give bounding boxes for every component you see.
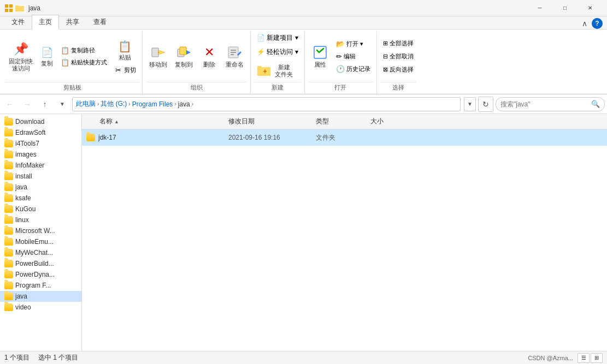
sidebar-item-ksafe[interactable]: ksafe xyxy=(0,193,81,204)
ribbon-group-organize: 移动到 复制到 ✕ 删除 xyxy=(143,32,251,94)
maximize-button[interactable]: □ xyxy=(552,0,577,16)
copy-to-label: 复制到 xyxy=(175,61,193,68)
details-view-button[interactable]: ☰ xyxy=(577,353,590,363)
invert-selection-button[interactable]: ⊠ 反向选择 xyxy=(380,64,416,75)
column-type[interactable]: 类型 xyxy=(316,117,370,126)
rename-label: 重命名 xyxy=(226,61,244,68)
up-button[interactable]: ↑ xyxy=(37,97,52,112)
sidebar-item-i4tools[interactable]: i4Tools7 xyxy=(0,138,81,149)
sidebar-item-program-files[interactable]: Program F... xyxy=(0,280,81,291)
invert-icon: ⊠ xyxy=(383,66,388,73)
history-button[interactable]: 🕐 历史记录 xyxy=(333,63,373,75)
select-none-button[interactable]: ⊟ 全部取消 xyxy=(380,51,416,62)
tab-share[interactable]: 共享 xyxy=(59,15,86,29)
sidebar-item-linux[interactable]: linux xyxy=(0,214,81,225)
title-bar-icons xyxy=(4,4,24,13)
recent-locations-button[interactable]: ▼ xyxy=(55,97,70,112)
edit-button[interactable]: ✏ 编辑 xyxy=(333,51,373,62)
main-content: Download EdrawSoft i4Tools7 images InfoM… xyxy=(0,114,607,351)
clipboard-group-content: 📌 固定到快速访问 📄 复制 📋 复制路径 📋 xyxy=(5,32,139,81)
copy-to-icon xyxy=(175,44,193,61)
new-item-button[interactable]: 📄 新建项目 ▾ xyxy=(254,32,301,44)
folder-icon-mywechat xyxy=(4,249,13,256)
breadcrumb-pc[interactable]: 此电脑 xyxy=(76,99,96,109)
svg-rect-0 xyxy=(5,4,8,8)
move-to-icon xyxy=(150,44,167,61)
sidebar-item-images[interactable]: images xyxy=(0,149,81,160)
help-button[interactable]: ? xyxy=(592,18,603,29)
sidebar-item-mywechat[interactable]: MyWeChat... xyxy=(0,247,81,258)
search-box[interactable]: 🔍 xyxy=(496,97,605,111)
address-bar: ← → ↑ ▼ 此电脑 › 其他 (G:) › Program Files › … xyxy=(0,94,607,114)
sidebar-item-powerbuild[interactable]: PowerBuild... xyxy=(0,258,81,269)
folder-icon-download xyxy=(4,118,13,126)
window-controls[interactable]: ─ □ ✕ xyxy=(527,0,603,16)
back-button[interactable]: ← xyxy=(2,97,17,112)
minimize-button[interactable]: ─ xyxy=(527,0,552,16)
paste-shortcut-button[interactable]: 📋 粘贴快捷方式 xyxy=(58,56,110,68)
sidebar-item-install[interactable]: install xyxy=(0,171,81,182)
copy-to-button[interactable]: 复制到 xyxy=(172,41,196,70)
tab-file[interactable]: 文件 xyxy=(4,15,32,29)
sidebar-item-microsoft[interactable]: Microsoft W... xyxy=(0,225,81,236)
sidebar-item-mobileemu[interactable]: MobileEmu... xyxy=(0,236,81,247)
file-type-jdk17: 文件夹 xyxy=(316,133,370,142)
folder-icon-video xyxy=(4,303,13,311)
delete-button[interactable]: ✕ 删除 xyxy=(197,41,221,70)
properties-button[interactable]: 属性 xyxy=(308,41,332,70)
status-right: CSDN @Azma... ☰ ⊞ xyxy=(528,353,603,363)
sidebar-item-edrawsoft[interactable]: EdrawSoft xyxy=(0,127,81,138)
tab-view[interactable]: 查看 xyxy=(86,15,114,29)
svg-rect-5 xyxy=(15,5,19,7)
new-folder-button[interactable]: + 新建文件夹 xyxy=(254,61,296,81)
cut-button[interactable]: ✂ 剪切 xyxy=(111,64,139,76)
sidebar-item-java[interactable]: java xyxy=(0,182,81,193)
copy-path-button[interactable]: 📋 复制路径 xyxy=(58,44,110,56)
ribbon: 📌 固定到快速访问 📄 复制 📋 复制路径 📋 xyxy=(0,29,607,94)
select-all-button[interactable]: ⊞ 全部选择 xyxy=(380,38,416,49)
sidebar-item-java-sub-label: java xyxy=(15,293,27,300)
open-button[interactable]: 📂 打开 ▾ xyxy=(333,38,373,50)
column-date[interactable]: 修改日期 xyxy=(228,117,316,126)
file-row-jdk17[interactable]: jdk-17 2021-09-16 19:16 文件夹 xyxy=(82,129,607,146)
move-to-button[interactable]: 移动到 xyxy=(146,41,170,70)
easy-access-button[interactable]: ⚡ 轻松访问 ▾ xyxy=(254,46,301,58)
tab-home[interactable]: 主页 xyxy=(32,15,59,29)
sidebar-item-ksafe-label: ksafe xyxy=(15,194,31,202)
sidebar-item-mywechat-label: MyWeChat... xyxy=(15,249,53,256)
sidebar-item-video[interactable]: video xyxy=(0,302,81,313)
sidebar-item-powerdyna[interactable]: PowerDyna... xyxy=(0,269,81,280)
select-group-content: ⊞ 全部选择 ⊟ 全部取消 ⊠ 反向选择 xyxy=(380,32,416,81)
sidebar-item-kugou[interactable]: KuGou xyxy=(0,204,81,214)
copy-icon: 📄 xyxy=(40,45,54,60)
pin-button[interactable]: 📌 固定到快速访问 xyxy=(5,38,36,74)
folder-icon-java xyxy=(4,183,13,191)
sidebar-item-infomaker[interactable]: InfoMaker xyxy=(0,160,81,171)
sidebar-item-java-sub[interactable]: java xyxy=(0,291,81,302)
breadcrumb-other[interactable]: 其他 (G:) xyxy=(101,99,127,109)
paste-shortcut-label: 粘贴快捷方式 xyxy=(71,58,107,67)
breadcrumb[interactable]: 此电脑 › 其他 (G:) › Program Files › java › xyxy=(72,97,461,111)
rename-button[interactable]: 重命名 xyxy=(222,41,247,70)
search-input[interactable] xyxy=(500,100,591,108)
folder-icon-images xyxy=(4,151,13,158)
sidebar-item-java-label: java xyxy=(15,183,27,191)
breadcrumb-dropdown-button[interactable]: ▼ xyxy=(464,97,476,111)
refresh-button[interactable]: ↻ xyxy=(478,97,493,112)
folder-icon-title xyxy=(15,4,24,13)
breadcrumb-program-files[interactable]: Program Files xyxy=(132,100,173,108)
organize-group-content: 移动到 复制到 ✕ 删除 xyxy=(146,32,247,81)
file-list: 名称 ▲ 修改日期 类型 大小 jdk-17 2021-09-16 19:16 … xyxy=(82,114,607,351)
column-name[interactable]: 名称 ▲ xyxy=(86,117,228,126)
sidebar-item-download[interactable]: Download xyxy=(0,116,81,127)
copy-button[interactable]: 📄 复制 xyxy=(37,43,57,69)
forward-button[interactable]: → xyxy=(20,97,35,112)
large-icons-view-button[interactable]: ⊞ xyxy=(591,353,603,363)
ribbon-collapse-btn[interactable]: ∧ xyxy=(582,19,587,28)
close-button[interactable]: ✕ xyxy=(577,0,603,16)
sidebar: Download EdrawSoft i4Tools7 images InfoM… xyxy=(0,114,82,351)
folder-icon-jdk17 xyxy=(86,134,95,141)
sidebar-item-download-label: Download xyxy=(15,118,44,126)
column-size[interactable]: 大小 xyxy=(370,117,425,126)
paste-button[interactable]: 📋 粘贴 xyxy=(115,37,135,63)
